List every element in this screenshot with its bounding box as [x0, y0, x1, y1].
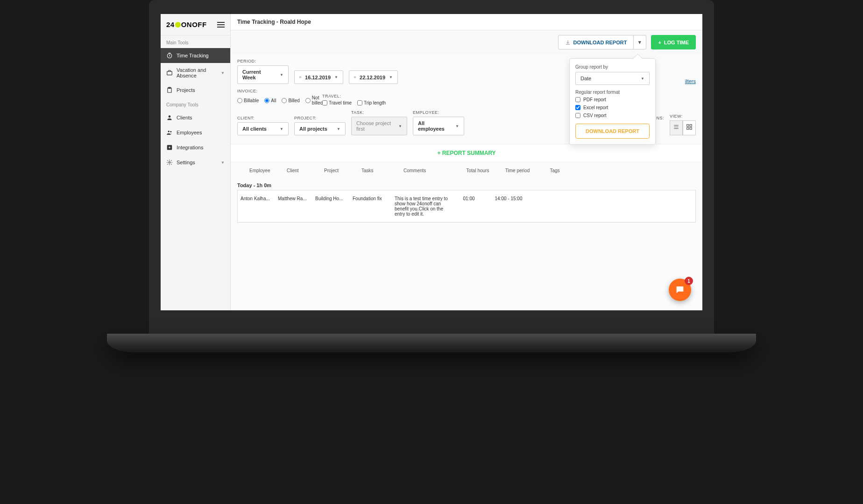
project-select[interactable]: All projects ▼	[294, 122, 346, 135]
svg-point-4	[169, 115, 171, 118]
view-label: VIEW:	[670, 114, 696, 119]
logo-dot-icon	[175, 22, 181, 28]
plus-box-icon	[166, 144, 173, 151]
report-summary-toggle[interactable]: + REPORT SUMMARY	[231, 144, 702, 162]
th-project: Project	[321, 166, 359, 175]
sidebar-item-time-tracking[interactable]: Time Tracking	[161, 48, 230, 63]
cell-employee: Anton Kalha...	[238, 194, 275, 218]
check-travel-time[interactable]: Travel time	[322, 100, 352, 105]
sidebar-item-clients[interactable]: Clients	[161, 110, 230, 125]
section-company-label: Company Tools	[161, 98, 230, 110]
sidebar: 24 ONOFF Main Tools Time Tracking Vacati…	[161, 14, 231, 310]
svg-rect-11	[687, 125, 689, 126]
sidebar-item-vacation[interactable]: Vacation and Absence ▼	[161, 63, 230, 83]
group-by-select[interactable]: Date ▼	[575, 72, 650, 85]
invoice-label: INVOICE:	[237, 89, 317, 93]
cell-tags	[532, 194, 560, 218]
radio-billed[interactable]: Billed	[282, 98, 299, 103]
employee-select[interactable]: All employees ▼	[413, 117, 464, 135]
sidebar-item-projects[interactable]: Projects	[161, 83, 230, 98]
grid-icon	[686, 124, 693, 130]
check-csv[interactable]: CSV report	[575, 113, 650, 118]
date-from-select[interactable]: 16.12.2019 ▼	[294, 70, 343, 84]
period-select[interactable]: Current Week ▼	[237, 65, 289, 84]
employee-label: EMPLOYEE:	[413, 110, 464, 115]
clock-icon	[166, 52, 173, 59]
chevron-down-icon: ▼	[455, 124, 459, 128]
download-icon	[565, 40, 571, 45]
task-select[interactable]: Choose project first ▼	[351, 117, 407, 135]
radio-all[interactable]: All	[264, 98, 276, 103]
users-icon	[166, 129, 173, 136]
travel-label: TRAVEL:	[322, 94, 392, 98]
project-value: All projects	[299, 126, 327, 132]
nav-label: Integrations	[177, 145, 203, 150]
client-label: CLIENT:	[237, 116, 289, 120]
check-trip-length[interactable]: Trip length	[357, 100, 386, 105]
view-grid-button[interactable]	[683, 120, 696, 135]
check-pdf[interactable]: PDF report	[575, 97, 650, 102]
th-tasks: Tasks	[359, 166, 401, 175]
task-value: Choose project first	[356, 120, 394, 132]
log-time-label: LOG TIME	[664, 40, 689, 45]
nav-label: Time Tracking	[177, 53, 209, 58]
summary-label: REPORT SUMMARY	[442, 150, 496, 156]
chevron-down-icon: ▼	[221, 71, 225, 75]
sidebar-item-settings[interactable]: Settings ▼	[161, 155, 230, 170]
chevron-down-icon: ▼	[334, 75, 338, 79]
svg-rect-12	[690, 125, 692, 126]
ns-label: NS:	[656, 116, 664, 120]
calendar-icon	[354, 74, 356, 80]
chevron-down-icon: ▼	[280, 127, 283, 131]
svg-point-6	[170, 131, 171, 133]
svg-point-8	[169, 161, 170, 163]
cell-client: Matthew Ra...	[275, 194, 312, 218]
view-list-button[interactable]	[670, 120, 683, 135]
list-icon	[673, 124, 679, 130]
reset-filters-link[interactable]: ilters	[685, 78, 696, 84]
toolbar: DOWNLOAD REPORT ▾ + LOG TIME	[231, 30, 702, 54]
nav-label: Clients	[177, 115, 192, 120]
table-row[interactable]: Anton Kalha... Matthew Ra... Building Ho…	[237, 190, 696, 223]
check-excel[interactable]: Excel report	[575, 105, 650, 110]
chevron-down-icon: ▼	[389, 75, 393, 79]
th-total-hours: Total hours	[461, 166, 494, 175]
nav-label: Settings	[177, 160, 195, 165]
client-value: All clients	[242, 126, 267, 132]
group-by-value: Date	[580, 76, 591, 81]
gear-icon	[166, 159, 173, 166]
chevron-down-icon: ▼	[337, 127, 340, 131]
clipboard-icon	[166, 87, 173, 93]
page-title: Time Tracking - Roald Hope	[231, 14, 702, 30]
time-entries-table: Employee Client Project Tasks Comments T…	[231, 162, 702, 223]
download-dropdown-toggle[interactable]: ▾	[634, 35, 646, 49]
th-comments: Comments	[401, 166, 461, 175]
radio-billable[interactable]: Billable	[237, 98, 259, 103]
section-main-label: Main Tools	[161, 35, 230, 48]
period-label: PERIOD:	[237, 59, 289, 63]
th-client: Client	[284, 166, 321, 175]
sidebar-item-employees[interactable]: Employees	[161, 125, 230, 140]
popup-download-button[interactable]: DOWNLOAD REPORT	[575, 124, 650, 139]
th-employee: Employee	[247, 166, 284, 175]
sidebar-item-integrations[interactable]: Integrations	[161, 140, 230, 155]
th-tags: Tags	[541, 166, 569, 175]
calendar-icon	[299, 74, 301, 80]
table-head: Employee Client Project Tasks Comments T…	[231, 162, 702, 179]
chevron-down-icon: ▼	[280, 73, 283, 77]
date-to-select[interactable]: 22.12.2019 ▼	[349, 70, 398, 84]
client-select[interactable]: All clients ▼	[237, 122, 289, 135]
menu-icon[interactable]	[217, 22, 225, 28]
app-logo[interactable]: 24 ONOFF	[166, 21, 207, 28]
logo-suffix: ONOFF	[181, 21, 207, 28]
logo-prefix: 24	[166, 21, 175, 28]
chat-button[interactable]: 1	[669, 279, 691, 301]
radio-not-billed[interactable]: Not billed	[305, 95, 323, 105]
cell-hours: 01:00	[453, 194, 485, 218]
user-icon	[166, 114, 173, 121]
download-report-button[interactable]: DOWNLOAD REPORT	[558, 35, 634, 49]
project-label: PROJECT:	[294, 116, 346, 120]
briefcase-icon	[166, 70, 173, 76]
log-time-button[interactable]: + LOG TIME	[651, 35, 696, 49]
svg-point-5	[168, 131, 170, 133]
